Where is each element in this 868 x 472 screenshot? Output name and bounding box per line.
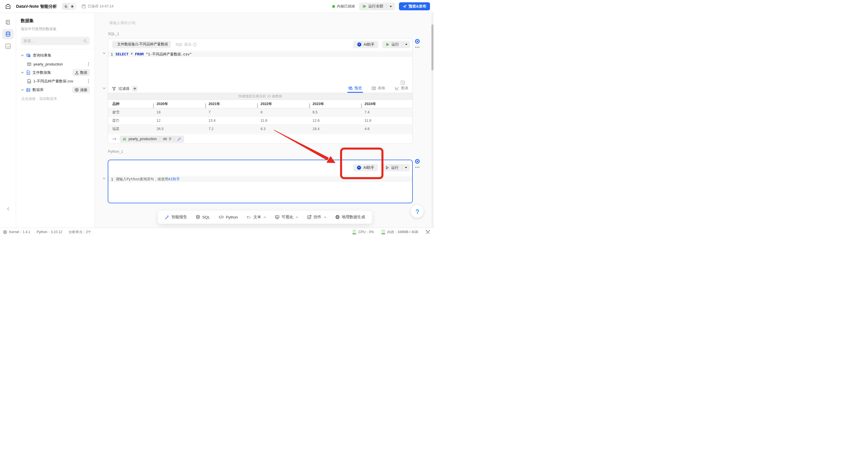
filter-funnel-icon [112,87,116,91]
visibility-eye-icon[interactable] [415,39,420,44]
table-row: 瑞星 26.5 7.2 6.3 18.4 4.6 [108,125,412,133]
home-button[interactable] [4,2,12,10]
dataset-search[interactable] [21,37,90,45]
svg-text:CSV: CSV [115,44,115,44]
tree-node-databases[interactable]: 数据库 连接 [21,86,90,94]
sql-run-button[interactable]: 运行 [382,41,410,48]
chart-tab-icon [395,86,399,90]
row-menu-button[interactable] [87,79,90,83]
output-name-segment[interactable]: yearly_production [120,135,160,143]
toolbar-sql[interactable]: SQL [195,215,210,219]
row-menu-button[interactable] [87,62,90,66]
python-code-line[interactable]: 1 请输入Python查询语句，或使用AI助手 [108,176,412,182]
column-separator[interactable] [309,103,310,108]
theme-toggle[interactable] [62,3,76,10]
dataset-chip[interactable]: CSV 文件数据集/1-不同品种产量数据 [112,41,171,48]
ai-assistant-link[interactable]: AI助手 [168,177,180,181]
query-resultset-icon [26,53,31,58]
help-button[interactable] [411,205,424,218]
connect-database-button[interactable]: 连接 [72,87,90,93]
code-icon [219,215,224,219]
ai-sparkle-icon [357,42,362,47]
tree-node-yearly-production[interactable]: yearly_production [21,60,90,68]
tools-button[interactable] [426,230,430,234]
output-links-segment[interactable]: 0 [160,135,174,143]
rail-datasets-button[interactable] [2,29,14,39]
python-run-dropdown[interactable] [402,164,410,171]
tree-node-file-datasets[interactable]: 文件数据集 数据 [21,68,90,77]
toolbar-geo-data[interactable]: 地理数据生成 [335,215,365,220]
light-mode-segment[interactable] [69,3,75,9]
python-cell[interactable]: AI助手 运行 [108,160,413,203]
more-actions-icon[interactable] [415,46,420,48]
connect-label: 连接 [80,88,87,92]
insert-toolbar: 智能报告 SQL Python TT 文本 可视化 [158,210,372,224]
toolbar-smart-report[interactable]: 智能报告 [165,215,187,220]
sql-run-dropdown[interactable] [402,41,410,48]
rail-formula-button[interactable]: (x) [2,41,14,52]
table-cell: 12 [153,119,205,123]
left-icon-rail: (x) [0,13,16,228]
publish-button[interactable]: 预览&发布 [399,2,430,10]
tab-chart[interactable]: 图表 [395,86,408,93]
upload-icon [75,71,79,75]
kernel-ready-text: 内核已就绪 [337,4,355,9]
sql-run-main[interactable]: 运行 [382,41,402,48]
table-header-row: 品种 2020年 2021年 2022年 2023年 2024年 [108,100,412,108]
kernel-ready-dot [332,5,335,8]
run-all-main[interactable]: 运行全部 [359,3,386,10]
add-filter-button[interactable] [132,86,137,92]
table-cell: 11.6 [257,119,309,123]
output-magic-segment[interactable] [174,135,184,143]
column-separator[interactable] [205,103,206,108]
sql-code-text: SELECT * FROM "1-不同品种产量数据.csv" [116,52,192,57]
upload-data-button[interactable]: 数据 [72,69,90,76]
column-separator[interactable] [257,103,258,108]
chevron-down-icon[interactable] [21,88,24,92]
rail-outline-button[interactable] [2,17,14,27]
python-run-button[interactable]: 运行 [382,164,410,171]
tree-node-csv-file[interactable]: CSV 1-不同品种产量数据.csv [21,77,90,86]
scrollbar-thumb[interactable] [431,24,433,70]
run-all-dropdown[interactable] [386,3,395,10]
output-dataset-chip[interactable]: yearly_production 0 [120,135,184,143]
chevron-down-icon[interactable] [21,54,24,57]
sql-ai-assistant-button[interactable]: AI助手 [353,41,378,48]
python-ai-assistant-button[interactable]: AI助手 [353,164,378,171]
more-actions-icon[interactable] [415,166,420,168]
collapse-sql-preview-button[interactable] [102,87,106,90]
toolbar-visualization[interactable]: 可视化 [275,215,299,220]
status-bar: Kernel：1.4.1 Python：3.10.12 分析单元：2个 CPU：… [0,228,434,236]
column-separator[interactable] [153,103,154,108]
tab-preview[interactable]: 预览 [348,86,362,93]
tab-table[interactable]: 表格 [372,86,385,93]
visibility-eye-icon[interactable] [415,159,420,164]
toolbar-text[interactable]: TT 文本 [246,215,266,220]
column-separator[interactable] [361,103,362,108]
cpu-usage-text: CPU：0% [358,230,374,234]
python-run-main[interactable]: 运行 [382,164,402,171]
help-circle-icon[interactable]: ? [193,42,197,46]
collapse-sidebar-button[interactable] [0,207,16,211]
sql-code-line[interactable]: 1 SELECT * FROM "1-不同品种产量数据.csv" [108,52,412,57]
run-all-button[interactable]: 运行全部 [359,3,395,10]
run-label: 运行 [391,165,399,170]
table-cell: 7.2 [205,127,257,131]
magic-wand-icon [177,137,181,141]
collapse-python-code-button[interactable] [102,177,106,180]
memory-usage: 内存：349MB / 4GB [381,230,418,234]
toolbar-python[interactable]: Python [219,215,238,219]
toolbar-widgets[interactable]: 控件 [307,215,327,220]
column-header: 2022年 [257,102,309,106]
table-tab-icon [372,86,376,90]
output-row: yearly_production 0 [108,134,412,144]
collapse-sql-code-button[interactable] [102,52,106,55]
tree-node-query-results[interactable]: 查询结果集 [21,51,90,60]
table-cell: 7.4 [361,110,413,114]
table-cell: 4.6 [361,127,413,131]
chevron-down-icon[interactable] [21,71,24,74]
search-input[interactable] [24,39,83,43]
dark-mode-segment[interactable] [63,3,69,9]
project-intro-placeholder[interactable]: 请输入项目介绍。 [109,21,139,26]
tree-label: yearly_production [33,62,63,66]
